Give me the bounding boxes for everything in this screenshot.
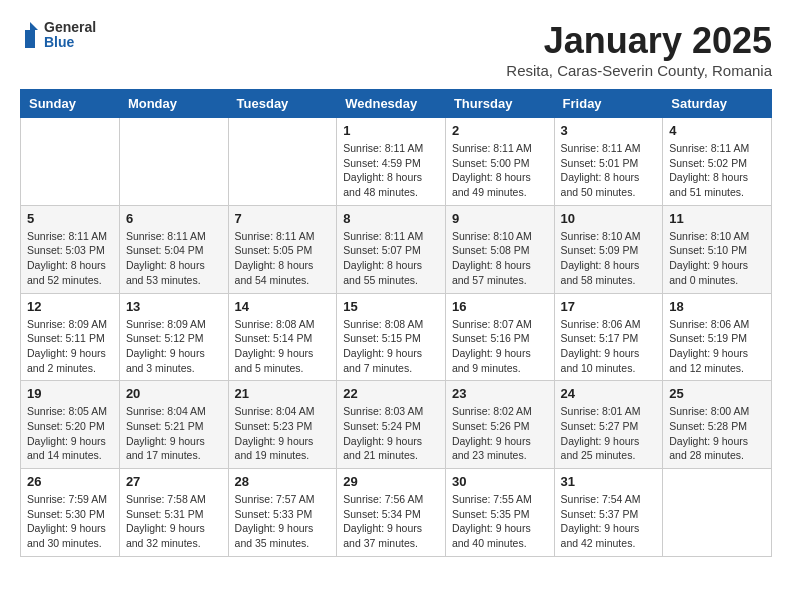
month-title: January 2025 <box>506 20 772 62</box>
logo-general: General <box>44 20 96 35</box>
day-info: Sunrise: 8:11 AM Sunset: 4:59 PM Dayligh… <box>343 141 439 200</box>
day-number: 19 <box>27 386 113 401</box>
logo-icon <box>20 20 40 50</box>
day-number: 6 <box>126 211 222 226</box>
page-header: General Blue January 2025 Resita, Caras-… <box>20 20 772 79</box>
day-info: Sunrise: 8:11 AM Sunset: 5:03 PM Dayligh… <box>27 229 113 288</box>
day-info: Sunrise: 8:08 AM Sunset: 5:14 PM Dayligh… <box>235 317 331 376</box>
location-subtitle: Resita, Caras-Severin County, Romania <box>506 62 772 79</box>
day-info: Sunrise: 8:07 AM Sunset: 5:16 PM Dayligh… <box>452 317 548 376</box>
day-info: Sunrise: 8:04 AM Sunset: 5:21 PM Dayligh… <box>126 404 222 463</box>
calendar-cell: 28Sunrise: 7:57 AM Sunset: 5:33 PM Dayli… <box>228 469 337 557</box>
weekday-header-tuesday: Tuesday <box>228 90 337 118</box>
calendar-cell: 2Sunrise: 8:11 AM Sunset: 5:00 PM Daylig… <box>445 118 554 206</box>
day-number: 3 <box>561 123 657 138</box>
calendar-week-5: 26Sunrise: 7:59 AM Sunset: 5:30 PM Dayli… <box>21 469 772 557</box>
calendar-cell: 5Sunrise: 8:11 AM Sunset: 5:03 PM Daylig… <box>21 205 120 293</box>
day-number: 9 <box>452 211 548 226</box>
day-info: Sunrise: 7:54 AM Sunset: 5:37 PM Dayligh… <box>561 492 657 551</box>
day-number: 26 <box>27 474 113 489</box>
day-info: Sunrise: 7:57 AM Sunset: 5:33 PM Dayligh… <box>235 492 331 551</box>
day-number: 2 <box>452 123 548 138</box>
calendar-cell <box>21 118 120 206</box>
day-number: 15 <box>343 299 439 314</box>
calendar-cell: 22Sunrise: 8:03 AM Sunset: 5:24 PM Dayli… <box>337 381 446 469</box>
calendar-cell: 1Sunrise: 8:11 AM Sunset: 4:59 PM Daylig… <box>337 118 446 206</box>
day-number: 12 <box>27 299 113 314</box>
day-info: Sunrise: 7:56 AM Sunset: 5:34 PM Dayligh… <box>343 492 439 551</box>
day-number: 18 <box>669 299 765 314</box>
weekday-header-friday: Friday <box>554 90 663 118</box>
day-number: 28 <box>235 474 331 489</box>
day-number: 4 <box>669 123 765 138</box>
calendar-cell: 23Sunrise: 8:02 AM Sunset: 5:26 PM Dayli… <box>445 381 554 469</box>
day-info: Sunrise: 8:09 AM Sunset: 5:12 PM Dayligh… <box>126 317 222 376</box>
weekday-header-row: SundayMondayTuesdayWednesdayThursdayFrid… <box>21 90 772 118</box>
calendar-cell <box>228 118 337 206</box>
logo: General Blue <box>20 20 96 51</box>
day-number: 25 <box>669 386 765 401</box>
day-number: 22 <box>343 386 439 401</box>
day-info: Sunrise: 8:11 AM Sunset: 5:04 PM Dayligh… <box>126 229 222 288</box>
day-number: 24 <box>561 386 657 401</box>
weekday-header-monday: Monday <box>119 90 228 118</box>
calendar-cell: 29Sunrise: 7:56 AM Sunset: 5:34 PM Dayli… <box>337 469 446 557</box>
day-number: 23 <box>452 386 548 401</box>
day-info: Sunrise: 8:10 AM Sunset: 5:08 PM Dayligh… <box>452 229 548 288</box>
day-number: 27 <box>126 474 222 489</box>
calendar-cell: 15Sunrise: 8:08 AM Sunset: 5:15 PM Dayli… <box>337 293 446 381</box>
day-number: 29 <box>343 474 439 489</box>
calendar-cell: 25Sunrise: 8:00 AM Sunset: 5:28 PM Dayli… <box>663 381 772 469</box>
calendar-cell: 31Sunrise: 7:54 AM Sunset: 5:37 PM Dayli… <box>554 469 663 557</box>
logo-text: General Blue <box>44 20 96 51</box>
day-number: 21 <box>235 386 331 401</box>
calendar-cell <box>663 469 772 557</box>
day-number: 14 <box>235 299 331 314</box>
day-info: Sunrise: 8:11 AM Sunset: 5:01 PM Dayligh… <box>561 141 657 200</box>
calendar-week-2: 5Sunrise: 8:11 AM Sunset: 5:03 PM Daylig… <box>21 205 772 293</box>
calendar-cell <box>119 118 228 206</box>
calendar-cell: 13Sunrise: 8:09 AM Sunset: 5:12 PM Dayli… <box>119 293 228 381</box>
calendar-cell: 14Sunrise: 8:08 AM Sunset: 5:14 PM Dayli… <box>228 293 337 381</box>
day-info: Sunrise: 7:59 AM Sunset: 5:30 PM Dayligh… <box>27 492 113 551</box>
logo-blue: Blue <box>44 35 96 50</box>
day-info: Sunrise: 8:11 AM Sunset: 5:05 PM Dayligh… <box>235 229 331 288</box>
calendar-table: SundayMondayTuesdayWednesdayThursdayFrid… <box>20 89 772 557</box>
day-number: 31 <box>561 474 657 489</box>
calendar-cell: 19Sunrise: 8:05 AM Sunset: 5:20 PM Dayli… <box>21 381 120 469</box>
day-number: 30 <box>452 474 548 489</box>
calendar-cell: 12Sunrise: 8:09 AM Sunset: 5:11 PM Dayli… <box>21 293 120 381</box>
title-block: January 2025 Resita, Caras-Severin Count… <box>506 20 772 79</box>
day-info: Sunrise: 8:11 AM Sunset: 5:02 PM Dayligh… <box>669 141 765 200</box>
calendar-cell: 6Sunrise: 8:11 AM Sunset: 5:04 PM Daylig… <box>119 205 228 293</box>
day-info: Sunrise: 8:00 AM Sunset: 5:28 PM Dayligh… <box>669 404 765 463</box>
day-info: Sunrise: 8:10 AM Sunset: 5:09 PM Dayligh… <box>561 229 657 288</box>
day-number: 20 <box>126 386 222 401</box>
calendar-cell: 16Sunrise: 8:07 AM Sunset: 5:16 PM Dayli… <box>445 293 554 381</box>
calendar-cell: 26Sunrise: 7:59 AM Sunset: 5:30 PM Dayli… <box>21 469 120 557</box>
calendar-cell: 3Sunrise: 8:11 AM Sunset: 5:01 PM Daylig… <box>554 118 663 206</box>
day-info: Sunrise: 8:04 AM Sunset: 5:23 PM Dayligh… <box>235 404 331 463</box>
day-number: 16 <box>452 299 548 314</box>
calendar-cell: 21Sunrise: 8:04 AM Sunset: 5:23 PM Dayli… <box>228 381 337 469</box>
day-info: Sunrise: 8:08 AM Sunset: 5:15 PM Dayligh… <box>343 317 439 376</box>
calendar-cell: 8Sunrise: 8:11 AM Sunset: 5:07 PM Daylig… <box>337 205 446 293</box>
svg-marker-0 <box>30 22 38 30</box>
calendar-week-4: 19Sunrise: 8:05 AM Sunset: 5:20 PM Dayli… <box>21 381 772 469</box>
day-info: Sunrise: 7:55 AM Sunset: 5:35 PM Dayligh… <box>452 492 548 551</box>
day-info: Sunrise: 8:01 AM Sunset: 5:27 PM Dayligh… <box>561 404 657 463</box>
calendar-week-1: 1Sunrise: 8:11 AM Sunset: 4:59 PM Daylig… <box>21 118 772 206</box>
day-number: 10 <box>561 211 657 226</box>
weekday-header-thursday: Thursday <box>445 90 554 118</box>
day-info: Sunrise: 8:09 AM Sunset: 5:11 PM Dayligh… <box>27 317 113 376</box>
calendar-cell: 9Sunrise: 8:10 AM Sunset: 5:08 PM Daylig… <box>445 205 554 293</box>
calendar-cell: 27Sunrise: 7:58 AM Sunset: 5:31 PM Dayli… <box>119 469 228 557</box>
calendar-cell: 24Sunrise: 8:01 AM Sunset: 5:27 PM Dayli… <box>554 381 663 469</box>
calendar-cell: 18Sunrise: 8:06 AM Sunset: 5:19 PM Dayli… <box>663 293 772 381</box>
calendar-cell: 20Sunrise: 8:04 AM Sunset: 5:21 PM Dayli… <box>119 381 228 469</box>
day-info: Sunrise: 7:58 AM Sunset: 5:31 PM Dayligh… <box>126 492 222 551</box>
weekday-header-sunday: Sunday <box>21 90 120 118</box>
calendar-week-3: 12Sunrise: 8:09 AM Sunset: 5:11 PM Dayli… <box>21 293 772 381</box>
weekday-header-wednesday: Wednesday <box>337 90 446 118</box>
day-number: 8 <box>343 211 439 226</box>
